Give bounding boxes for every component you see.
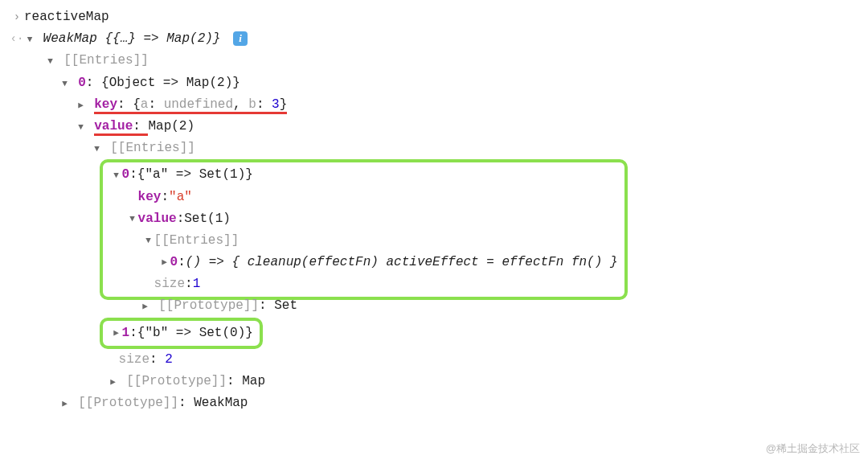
size-row[interactable]: size: 1 [106,273,618,295]
annotation-box: 1: {"b" => Set(0)} [10,318,858,349]
key-label: key [138,187,162,208]
expand-toggle-icon[interactable] [59,76,71,92]
annotation-underline: key: {a: undefined, b: 3} [94,97,287,114]
entry-row[interactable]: 0: {Object => Map(2)} [10,72,858,94]
entry-index: 1 [122,322,130,344]
size-value: 1 [193,273,201,295]
value-preview: Map(2) [148,119,194,133]
prototype-value: Map [242,374,265,388]
size-value: 2 [165,352,173,367]
prototype-label: [[Prototype]] [126,374,227,388]
value-preview: Set(1) [184,208,231,230]
map-value-row[interactable]: value: Set(1) [106,208,618,230]
output-chevron-icon: ‹· [10,30,24,49]
entry-index: 0 [122,164,130,186]
prototype-row[interactable]: [[Prototype]]: Map [10,371,858,392]
expand-toggle-icon[interactable] [140,299,151,314]
expand-toggle-icon[interactable] [127,211,138,227]
entry-preview: {Object => Map(2)} [101,76,240,90]
entries-row[interactable]: [[Entries]] [10,50,858,72]
expand-toggle-icon[interactable] [111,326,122,341]
key-label: key [94,97,117,112]
weakmap-summary: WeakMap {{…} => Map(2)} [43,31,228,46]
input-expression: reactiveMap [24,6,858,28]
key-value: "a" [169,187,192,208]
expand-toggle-icon[interactable] [111,168,122,183]
set-entries-row[interactable]: [[Entries]] [106,230,618,252]
prototype-row[interactable]: [[Prototype]]: WeakMap [10,392,858,414]
value-label: value [94,119,133,133]
size-row[interactable]: size: 2 [10,349,858,371]
expand-toggle-icon[interactable] [108,375,119,390]
expand-toggle-icon[interactable] [59,396,71,412]
expand-toggle-icon[interactable] [45,54,56,69]
prototype-label: [[Prototype]] [78,396,178,410]
key-preview: {a: undefined, b: 3} [133,97,287,112]
set-item-row[interactable]: 0: () => { cleanup(effectFn) activeEffec… [106,252,618,273]
input-chevron-icon: › [10,8,24,27]
size-label: size [154,273,185,295]
prototype-value: WeakMap [194,396,248,410]
expand-toggle-icon[interactable] [24,32,35,47]
console-input-row[interactable]: › reactiveMap [10,6,858,28]
size-label: size [119,352,149,367]
entries-label: [[Entries]] [154,230,240,252]
annotation-underline: value: [94,119,148,136]
value-label: value [138,208,177,230]
expand-toggle-icon[interactable] [143,233,154,248]
entries-label: [[Entries]] [63,53,149,68]
prototype-label: [[Prototype]] [158,298,259,313]
expand-toggle-icon[interactable] [159,255,170,270]
entry-index: 0 [170,252,178,273]
expand-toggle-icon[interactable] [92,142,103,157]
entry-key-row[interactable]: key: {a: undefined, b: 3} [10,94,858,116]
entry-value-row[interactable]: value: Map(2) [10,116,858,138]
entry-index: 0 [78,76,86,90]
entries-label: [[Entries]] [110,141,195,155]
entry-preview: {"b" => Set(0)} [137,322,253,344]
prototype-value: Set [274,298,297,313]
inner-entries-row[interactable]: [[Entries]] [10,138,858,159]
map-entry-row[interactable]: 0: {"a" => Set(1)} [106,164,618,186]
expand-toggle-icon[interactable] [76,98,87,113]
map-key-row[interactable]: key: "a" [106,187,618,208]
entry-preview: {"a" => Set(1)} [137,164,253,186]
map-entry-row[interactable]: 1: {"b" => Set(0)} [106,322,253,344]
function-preview: () => { cleanup(effectFn) activeEffect =… [186,252,618,273]
annotation-box: 0: {"a" => Set(1)} key: "a" value: Set(1… [10,159,858,300]
console-output-row[interactable]: ‹· WeakMap {{…} => Map(2)} i [10,28,858,50]
prototype-row[interactable]: [[Prototype]]: Set [10,295,858,317]
info-icon[interactable]: i [233,31,248,46]
expand-toggle-icon[interactable] [76,120,87,135]
